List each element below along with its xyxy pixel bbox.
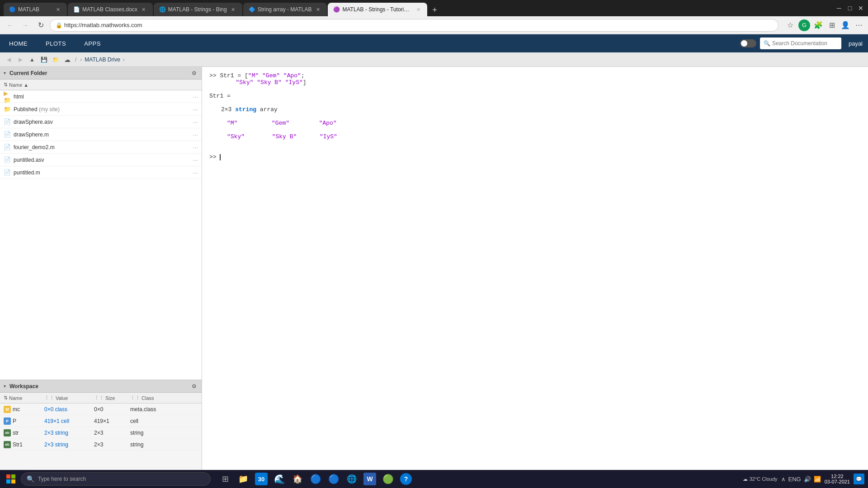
file-item-published[interactable]: 📁 Published (my site) ··· (0, 103, 202, 116)
notification-center[interactable]: 💬 (854, 474, 864, 484)
store-icon: 30 (255, 473, 268, 485)
tab-close-matlab[interactable]: ✕ (54, 6, 61, 13)
file-menu-published[interactable]: ··· (193, 106, 198, 113)
ws-col-value-label: Value (56, 395, 68, 401)
browser-titlebar: 🔵 MATLAB ✕ 📄 MATLAB Classes.docx ✕ 🌐 MAT… (0, 0, 868, 16)
ws-row-str1[interactable]: ab Str1 2×3 string 2×3 string (0, 439, 202, 450)
nav-cloud-icon[interactable]: ☁ (62, 55, 72, 65)
user-profile-icon[interactable]: 👤 (840, 20, 851, 31)
command-window[interactable]: >> Str1 = ["M" "Gem" "Apo"; "Sky" "Sky B… (202, 67, 868, 470)
taskbar-task-view[interactable]: ⊞ (217, 471, 233, 487)
volume-icon[interactable]: 🔊 (804, 476, 811, 483)
more-options-icon[interactable]: ⋯ (854, 20, 864, 31)
taskbar-clock: 12:22 03-07-2021 (825, 474, 850, 484)
breadcrumb-drive[interactable]: MATLAB Drive (85, 56, 120, 63)
taskbar-chrome2[interactable]: 🟢 (380, 471, 396, 487)
tab-tutorialspoint[interactable]: 🟣 MATLAB - Strings - Tutorialspoi... ✕ (328, 3, 427, 16)
nav-back-arrow[interactable]: ◀ (4, 55, 14, 65)
file-menu-drawsphere-asv[interactable]: ··· (193, 118, 198, 126)
taskbar-chrome[interactable]: 🔵 (326, 471, 342, 487)
taskbar-help[interactable]: ? (398, 471, 414, 487)
taskbar-matlab[interactable]: 🏠 (289, 471, 306, 487)
file-icon-fourier: 📄 (4, 144, 11, 151)
taskbar-browser[interactable]: 🌊 (271, 471, 288, 487)
tab-title-bing: MATLAB - Strings - Bing (168, 6, 227, 13)
file-item-drawsphere-m[interactable]: 📄 drawSphere.m ··· (0, 128, 202, 141)
file-name-puntitled-m: puntitled.m (14, 169, 190, 176)
tab-string-array[interactable]: 🔷 String array - MATLAB ✕ (243, 3, 327, 16)
forward-button[interactable]: → (19, 19, 32, 32)
nav-forward-arrow[interactable]: ▶ (15, 55, 25, 65)
close-button[interactable]: ✕ (857, 5, 864, 12)
taskbar-search-box[interactable]: 🔍 Type here to search (21, 472, 211, 486)
ws-icon-mc: M (4, 406, 11, 413)
file-menu-puntitled-m[interactable]: ··· (193, 169, 198, 176)
file-item-html[interactable]: ▶ 📁 html ··· (0, 90, 202, 103)
extensions-icon[interactable]: 🧩 (813, 20, 824, 31)
theme-toggle[interactable] (740, 39, 756, 47)
file-item-fourier[interactable]: 📄 fourier_demo2.m ··· (0, 141, 202, 154)
tab-bing[interactable]: 🌐 MATLAB - Strings - Bing ✕ (154, 3, 242, 16)
breadcrumb-sep-3: › (123, 56, 125, 63)
menu-apps[interactable]: APPS (75, 34, 110, 52)
file-menu-fourier[interactable]: ··· (193, 144, 198, 151)
left-panel: ▾ Current Folder ⚙ ⇅ Name ▲ ▶ 📁 html (0, 67, 202, 470)
tab-close-bing[interactable]: ✕ (230, 6, 237, 13)
matlab-nav: ◀ ▶ ▲ 💾 📁 ☁ / › MATLAB Drive › (0, 52, 868, 67)
address-url: https://matlab.mathworks.com (64, 22, 142, 28)
ws-class-p: cell (127, 418, 202, 424)
tab-close-string-array[interactable]: ✕ (314, 6, 321, 13)
menu-plots[interactable]: PLOTS (37, 34, 75, 52)
tab-close-tutorialspoint[interactable]: ✕ (415, 6, 422, 13)
file-item-drawsphere-asv[interactable]: 📄 drawSphere.asv ··· (0, 116, 202, 128)
ws-row-mc[interactable]: M mc 0×0 class 0×0 meta.class (0, 404, 202, 415)
nav-folder-icon[interactable]: 📁 (51, 55, 61, 65)
workspace-settings[interactable]: ⚙ (190, 382, 198, 390)
network-icon[interactable]: 📶 (814, 476, 821, 483)
tab-matlab[interactable]: 🔵 MATLAB ✕ (4, 3, 67, 16)
taskbar-word[interactable]: W (362, 471, 378, 487)
taskbar-file-explorer[interactable]: 📁 (235, 471, 251, 487)
windows-logo-icon (6, 474, 15, 483)
tab-groups-icon[interactable]: ⊞ (826, 20, 837, 31)
current-folder-settings[interactable]: ⚙ (190, 69, 198, 77)
search-documentation-box[interactable]: 🔍 Search Documentation (760, 38, 841, 49)
cmd-prompt-2: >> (209, 154, 220, 160)
bookmark-star-icon[interactable]: ☆ (785, 20, 796, 31)
file-item-puntitled-asv[interactable]: 📄 puntitled.asv ··· (0, 154, 202, 166)
folder-icon-html: ▶ 📁 (4, 93, 11, 100)
nav-save-icon[interactable]: 💾 (39, 55, 49, 65)
reload-button[interactable]: ↻ (34, 19, 47, 32)
address-box[interactable]: 🔒 https://matlab.mathworks.com (50, 19, 778, 32)
word-icon: W (363, 473, 376, 485)
cmd-str-gem: "Gem" (259, 72, 280, 79)
ws-row-p[interactable]: P P 419×1 cell 419×1 cell (0, 415, 202, 427)
maximize-button[interactable]: □ (846, 5, 854, 12)
taskbar-vpn[interactable]: 🌐 (344, 471, 360, 487)
menu-home[interactable]: HOME (0, 34, 37, 52)
cmd-output-row2: "Sky" "Sky B" "IyS" (209, 133, 861, 140)
back-button[interactable]: ← (4, 19, 16, 32)
file-menu-drawsphere-m[interactable]: ··· (193, 131, 198, 138)
taskbar-search-icon: 🔍 (27, 475, 34, 483)
new-tab-button[interactable]: + (428, 4, 441, 16)
start-button[interactable] (4, 472, 18, 486)
cmd-code-1: Str1 = [ (220, 72, 248, 79)
workspace-rows: M mc 0×0 class 0×0 meta.class P P 419× (0, 404, 202, 470)
ws-row-str[interactable]: ab str 2×3 string 2×3 string (0, 427, 202, 439)
current-folder-title: Current Folder (9, 70, 188, 76)
file-item-puntitled-m[interactable]: 📄 puntitled.m ··· (0, 166, 202, 179)
file-menu-html[interactable]: ··· (193, 93, 198, 100)
taskbar-microsoft-store[interactable]: 30 (253, 471, 269, 487)
edge-icon: 🌊 (274, 474, 285, 484)
file-menu-puntitled-asv[interactable]: ··· (193, 156, 198, 164)
taskbar-edge2[interactable]: 🔵 (307, 471, 324, 487)
minimize-button[interactable]: ─ (835, 5, 843, 12)
tab-favicon-bing: 🌐 (159, 6, 165, 13)
show-hidden-icons[interactable]: ∧ (781, 476, 786, 483)
cmd-line-2: "Sky" "Sky B" "IyS"] (209, 79, 861, 86)
profile-icon[interactable]: G (798, 19, 810, 31)
tab-close-classes[interactable]: ✕ (140, 6, 147, 13)
tab-classes[interactable]: 📄 MATLAB Classes.docx ✕ (68, 3, 153, 16)
nav-up-arrow[interactable]: ▲ (27, 55, 37, 65)
